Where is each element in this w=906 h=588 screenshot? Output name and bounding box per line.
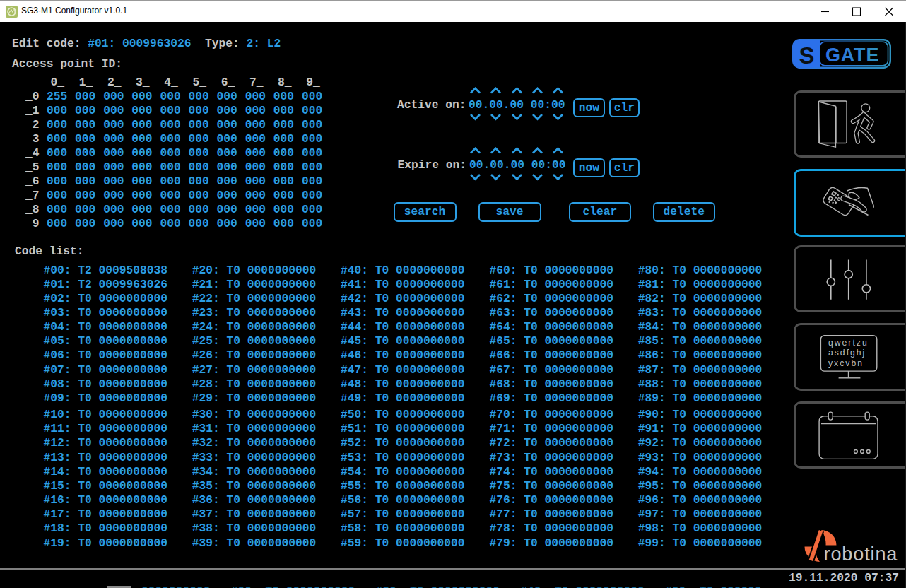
svg-text:GATE: GATE: [825, 45, 879, 66]
svg-text:yxcvbn: yxcvbn: [828, 358, 864, 368]
svg-text:robotina: robotina: [824, 543, 898, 565]
svg-text:asdfghj: asdfghj: [828, 348, 866, 358]
svg-text:S: S: [799, 42, 815, 69]
svg-text:qwertzu: qwertzu: [828, 338, 869, 348]
